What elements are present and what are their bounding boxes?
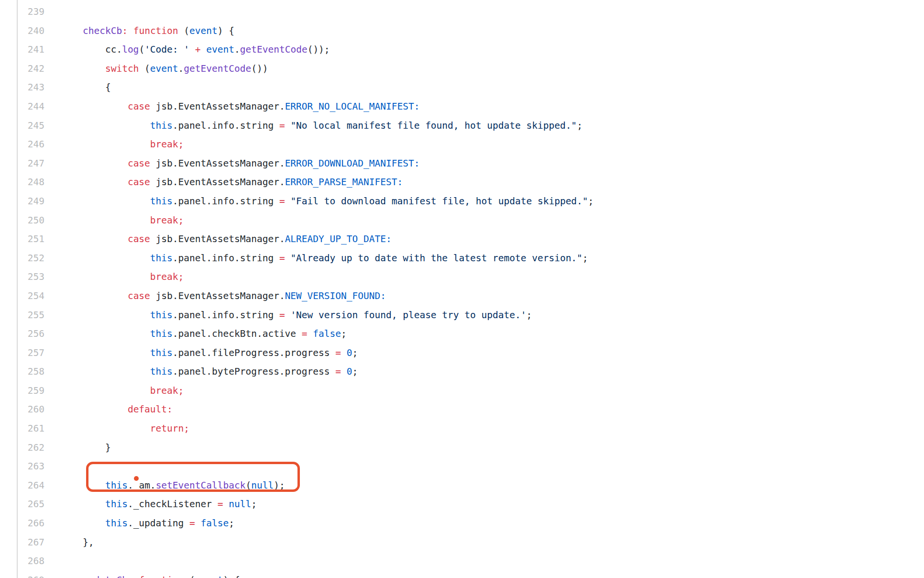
line-number-268[interactable]: 268 xyxy=(0,552,44,571)
code-token: .panel.info.string xyxy=(173,120,279,131)
code-token xyxy=(133,575,139,578)
line-number-249[interactable]: 249 xyxy=(0,192,44,211)
code-token: "Already up to date with the latest remo… xyxy=(290,253,582,264)
line-number-269[interactable]: 269 xyxy=(0,571,44,578)
code-token: ); xyxy=(274,480,285,491)
code-token: = xyxy=(189,518,195,529)
code-line-268: 268 xyxy=(0,552,924,571)
code-token: this xyxy=(150,310,173,321)
line-number-252[interactable]: 252 xyxy=(0,249,44,268)
code-line-text: this.panel.checkBtn.active = false; xyxy=(44,324,347,344)
line-number-251[interactable]: 251 xyxy=(0,230,44,249)
code-line-239: 239 xyxy=(0,2,924,22)
line-number-248[interactable]: 248 xyxy=(0,173,44,192)
code-line-text: break; xyxy=(44,381,184,400)
line-number-265[interactable]: 265 xyxy=(0,495,44,514)
code-line-256: 256 this.panel.checkBtn.active = false; xyxy=(0,324,924,344)
code-token: 0 xyxy=(347,347,352,358)
code-token: event xyxy=(189,25,218,36)
code-token: this xyxy=(150,328,173,339)
code-token: .panel.info.string xyxy=(173,310,279,321)
code-line-266: 266 this._updating = false; xyxy=(0,514,924,533)
code-line-249: 249 this.panel.info.string = "Fail to do… xyxy=(0,192,924,211)
code-token: ; xyxy=(341,328,347,339)
code-token xyxy=(60,575,83,578)
line-number-256[interactable]: 256 xyxy=(0,324,44,344)
line-number-267[interactable]: 267 xyxy=(0,533,44,552)
code-token: ) { xyxy=(218,25,234,36)
code-blob-view: { "editor": { "background_color": "#ffff… xyxy=(0,0,924,578)
line-number-264[interactable]: 264 xyxy=(0,476,44,495)
line-number-260[interactable]: 260 xyxy=(0,400,44,419)
code-token: = xyxy=(218,499,223,510)
code-token xyxy=(195,518,201,529)
line-number-243[interactable]: 243 xyxy=(0,78,44,97)
line-number-247[interactable]: 247 xyxy=(0,154,44,173)
code-token: this xyxy=(150,196,173,207)
code-line-269: 269 updateCb: function (event) { xyxy=(0,571,924,578)
code-token: getEventCode xyxy=(240,44,308,55)
code-token: : xyxy=(128,575,133,578)
code-token xyxy=(223,499,229,510)
code-token xyxy=(60,499,105,510)
symbol-link[interactable]: this xyxy=(105,480,128,491)
code-token: 'New version found, please try to update… xyxy=(290,310,526,321)
code-token: this xyxy=(150,120,173,131)
line-number-255[interactable]: 255 xyxy=(0,306,44,325)
code-token: null xyxy=(229,499,251,510)
code-token: ALREADY_UP_TO_DATE: xyxy=(285,233,392,245)
line-number-239[interactable]: 239 xyxy=(0,2,44,22)
line-number-240[interactable]: 240 xyxy=(0,22,44,41)
code-token: ; xyxy=(526,310,532,321)
code-token: ERROR_PARSE_MANIFEST: xyxy=(285,177,403,188)
code-token xyxy=(60,233,128,245)
code-line-254: 254 case jsb.EventAssetsManager.NEW_VERS… xyxy=(0,287,924,306)
code-token: = xyxy=(302,328,308,339)
line-number-262[interactable]: 262 xyxy=(0,438,44,457)
line-number-261[interactable]: 261 xyxy=(0,419,44,438)
line-number-242[interactable]: 242 xyxy=(0,59,44,78)
code-line-text: case jsb.EventAssetsManager.ERROR_PARSE_… xyxy=(44,173,403,192)
code-token xyxy=(60,271,150,282)
line-number-258[interactable]: 258 xyxy=(0,362,44,381)
code-line-263: 263 xyxy=(0,457,924,476)
code-token: }, xyxy=(60,537,94,548)
code-line-text: }, xyxy=(44,533,94,552)
code-token: break; xyxy=(150,215,184,226)
code-token: ()); xyxy=(308,44,330,55)
line-number-254[interactable]: 254 xyxy=(0,287,44,306)
code-token: ; xyxy=(577,120,583,131)
code-token: .panel.info.string xyxy=(173,253,279,264)
code-token xyxy=(60,480,105,491)
code-token: "Fail to download manifest file, hot upd… xyxy=(290,196,588,207)
code-token xyxy=(60,385,150,396)
code-line-text: this.panel.byteProgress.progress = 0; xyxy=(44,362,358,381)
line-number-245[interactable]: 245 xyxy=(0,116,44,135)
code-token: { xyxy=(60,82,111,93)
code-line-text: switch (event.getEventCode()) xyxy=(44,59,268,78)
line-number-266[interactable]: 266 xyxy=(0,514,44,533)
line-number-246[interactable]: 246 xyxy=(0,135,44,154)
code-line-258: 258 this.panel.byteProgress.progress = 0… xyxy=(0,362,924,381)
line-number-241[interactable]: 241 xyxy=(0,40,44,59)
code-token: false xyxy=(313,328,341,339)
symbol-link[interactable]: setEventCallback xyxy=(156,480,246,491)
code-token: . xyxy=(234,44,240,55)
code-area: 239240 checkCb: function (event) {241 cc… xyxy=(0,0,924,578)
code-token: ( xyxy=(245,480,251,491)
code-token xyxy=(60,139,150,150)
line-number-263[interactable]: 263 xyxy=(0,457,44,476)
line-number-257[interactable]: 257 xyxy=(0,344,44,363)
line-number-244[interactable]: 244 xyxy=(0,97,44,116)
code-line-text: case jsb.EventAssetsManager.ERROR_NO_LOC… xyxy=(44,97,419,116)
code-line-text: case jsb.EventAssetsManager.NEW_VERSION_… xyxy=(44,287,386,306)
code-token xyxy=(60,518,105,529)
line-number-253[interactable]: 253 xyxy=(0,267,44,287)
code-token: checkCb xyxy=(83,25,122,36)
code-token: NEW_VERSION_FOUND: xyxy=(285,290,386,301)
line-number-259[interactable]: 259 xyxy=(0,381,44,400)
code-token: jsb.EventAssetsManager. xyxy=(150,290,285,301)
code-token: 0 xyxy=(347,366,352,377)
line-number-250[interactable]: 250 xyxy=(0,211,44,230)
code-token xyxy=(201,44,207,55)
